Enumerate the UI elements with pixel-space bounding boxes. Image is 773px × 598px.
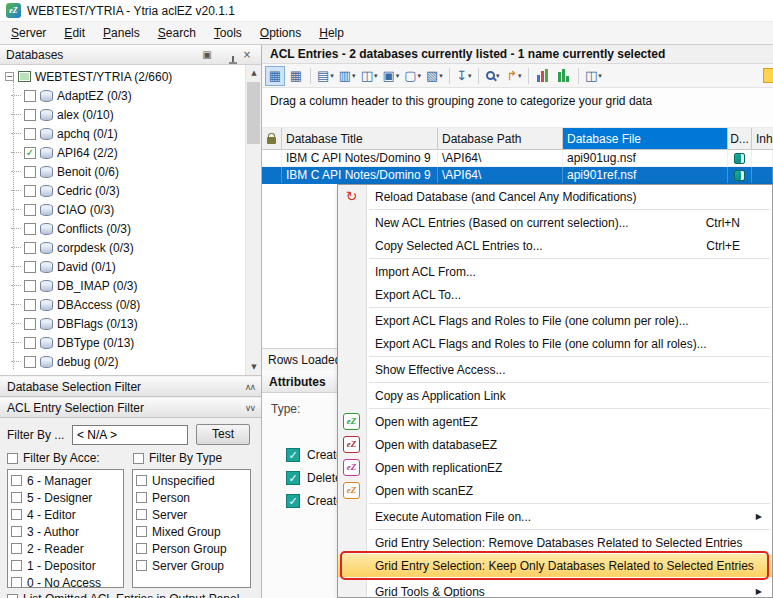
grid-style-icon[interactable]: ▥▾ (337, 66, 358, 86)
tree-item-db-imap[interactable]: DB_IMAP (0/3) (3, 276, 244, 295)
tree-root[interactable]: − WEBTEST/YTRIA (2/660) (3, 67, 244, 86)
list-item[interactable]: Server (136, 506, 247, 523)
close-panel-icon[interactable]: × (239, 47, 255, 63)
tree-item-conflicts[interactable]: Conflicts (0/3) (3, 219, 244, 238)
column-header-database-file[interactable]: Database File (563, 128, 728, 149)
tree-item-api64[interactable]: ✓ API64 (2/2) (3, 143, 244, 162)
tree-collapse-icon[interactable]: − (5, 72, 14, 81)
checkbox-checked[interactable]: ✓ (286, 471, 300, 485)
filter-by-access-checkbox[interactable]: Filter By Acce: (7, 451, 100, 465)
scroll-down-icon[interactable]: ▼ (246, 359, 261, 375)
menu-item-grid-tools-options[interactable]: Grid Tools & Options ▶ (338, 580, 772, 598)
entry-type-list[interactable]: Unspecified Person Server Mixed Group Pe… (132, 469, 251, 588)
acl-entry-selection-filter-header[interactable]: ACL Entry Selection Filter ∨∨ (0, 397, 261, 418)
scroll-up-icon[interactable]: ▲ (246, 65, 261, 81)
checkbox[interactable] (24, 318, 36, 330)
tree-scrollbar[interactable]: ▲ ▼ (245, 65, 261, 375)
list-item[interactable]: Server Group (136, 557, 247, 574)
selection-options-icon[interactable]: ▢▾ (402, 66, 423, 86)
checkbox[interactable] (11, 475, 22, 486)
menu-edit[interactable]: Edit (55, 23, 94, 43)
list-item[interactable]: Unspecified (136, 472, 247, 489)
menu-item-open-with-databaseez[interactable]: eZ Open with databaseEZ (338, 433, 772, 456)
list-item[interactable]: Mixed Group (136, 523, 247, 540)
checkbox[interactable] (11, 577, 22, 588)
list-item[interactable]: 6 - Manager (11, 472, 120, 489)
menu-item-show-effective-access[interactable]: Show Effective Access... (338, 358, 772, 381)
column-manager-icon[interactable]: ◫▾ (359, 66, 380, 86)
lock-column-header[interactable] (262, 128, 282, 149)
menu-item-open-with-replicationez[interactable]: eZ Open with replicationEZ (338, 456, 772, 479)
tree-item-dbtype[interactable]: DBType (0/13) (3, 333, 244, 352)
checkbox[interactable] (136, 509, 147, 520)
list-item[interactable]: Person Group (136, 540, 247, 557)
form-view-icon[interactable]: ▣▾ (380, 66, 401, 86)
menu-item-open-with-scanez[interactable]: eZ Open with scanEZ (338, 479, 772, 502)
filter-by-type-checkbox[interactable]: Filter By Type (133, 451, 222, 465)
checkbox[interactable] (133, 453, 144, 464)
grid-row-selected[interactable]: IBM C API Notes/Domino 9 \API64\ api901r… (262, 167, 773, 184)
tree-item-dbflags[interactable]: DBFlags (0/13) (3, 314, 244, 333)
access-level-list[interactable]: 6 - Manager 5 - Designer 4 - Editor 3 - … (7, 469, 124, 588)
checkbox-checked[interactable]: ✓ (24, 147, 36, 159)
grid-view-icon[interactable]: ▦ (265, 66, 285, 86)
tree-item-debug[interactable]: debug (0/2) (3, 352, 244, 371)
checkbox[interactable] (11, 526, 22, 537)
menu-item-export-acl[interactable]: Export ACL To... (338, 283, 772, 306)
tree-item-adaptez[interactable]: AdaptEZ (0/3) (3, 86, 244, 105)
checkbox[interactable] (136, 543, 147, 554)
checkbox[interactable] (24, 90, 36, 102)
dock-icon[interactable]: ▣ (199, 47, 215, 63)
checkbox[interactable] (24, 242, 36, 254)
database-selection-filter-header[interactable]: Database Selection Filter ∧∧ (0, 376, 261, 397)
menu-item-copy-selected-acl-entries[interactable]: Copy Selected ACL Entries to... Ctrl+E (338, 234, 772, 257)
checkbox[interactable] (24, 128, 36, 140)
list-item[interactable]: 3 - Author (11, 523, 120, 540)
checkbox[interactable] (24, 261, 36, 273)
split-view-icon[interactable]: ◫▾ (583, 66, 604, 86)
checkbox[interactable] (11, 509, 22, 520)
checkbox[interactable] (11, 492, 22, 503)
collapse-chevron-icon[interactable]: ∧∧ (245, 382, 254, 392)
column-header-database-path[interactable]: Database Path (438, 128, 563, 149)
tree-item-benoit[interactable]: Benoit (0/6) (3, 162, 244, 181)
scrollbar-thumb[interactable] (247, 82, 260, 144)
tree-item-apchq[interactable]: apchq (0/1) (3, 124, 244, 143)
checkbox[interactable] (24, 204, 36, 216)
checkbox[interactable] (24, 223, 36, 235)
checkbox[interactable] (24, 280, 36, 292)
grid-properties-icon[interactable]: ▦ (286, 66, 306, 86)
checkbox[interactable] (24, 109, 36, 121)
checkbox[interactable] (24, 337, 36, 349)
checkbox[interactable] (24, 166, 36, 178)
menu-server[interactable]: Server (2, 23, 55, 43)
tree-item-alex[interactable]: alex (0/10) (3, 105, 244, 124)
list-item[interactable]: 0 - No Access (11, 574, 120, 588)
list-item[interactable]: Person (136, 489, 247, 506)
test-button[interactable]: Test (196, 424, 250, 445)
checkbox-checked[interactable]: ✓ (286, 494, 300, 508)
checkbox[interactable] (7, 594, 18, 598)
view-options-icon[interactable]: ▤▾ (315, 66, 336, 86)
checkbox[interactable] (11, 560, 22, 571)
menu-item-open-with-agentez[interactable]: eZ Open with agentEZ (338, 410, 772, 433)
clipped-toolbar-icon[interactable] (763, 68, 773, 83)
menu-item-execute-automation-file[interactable]: Execute Automation File on... ▶ (338, 505, 772, 528)
checkbox[interactable] (11, 543, 22, 554)
filter-value-input[interactable] (72, 425, 188, 445)
expand-chevron-icon[interactable]: ∨∨ (245, 403, 254, 413)
column-header-inherit[interactable]: Inh (752, 128, 773, 149)
column-header-database-title[interactable]: Database Title (282, 128, 438, 149)
export-rows-icon[interactable]: ↧▾ (454, 66, 474, 86)
checkbox[interactable] (24, 185, 36, 197)
send-to-icon[interactable]: ↱▾ (504, 66, 524, 86)
menu-item-grid-entry-selection-remove[interactable]: Grid Entry Selection: Remove Databases R… (338, 531, 772, 554)
menu-tools[interactable]: Tools (205, 23, 251, 43)
list-item[interactable]: 4 - Editor (11, 506, 120, 523)
menu-help[interactable]: Help (310, 23, 353, 43)
menu-panels[interactable]: Panels (94, 23, 149, 43)
menu-item-reload-database[interactable]: ↻ Reload Database (and Cancel Any Modifi… (338, 185, 772, 208)
list-item[interactable]: 2 - Reader (11, 540, 120, 557)
tree-item-corpdesk[interactable]: corpdesk (0/3) (3, 238, 244, 257)
checkbox[interactable] (136, 526, 147, 537)
